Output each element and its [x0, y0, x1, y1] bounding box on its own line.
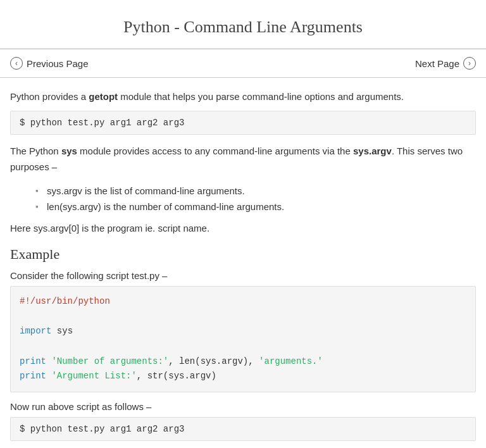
- code-block-1: $ python test.py arg1 arg2 arg3: [10, 111, 476, 135]
- consider-paragraph: Consider the following script test.py –: [10, 270, 476, 281]
- code-line-shebang: #!/usr/bin/python: [20, 294, 466, 309]
- page-title: Python - Command Line Arguments: [13, 18, 473, 37]
- nav-bar: ‹ Previous Page Next Page ›: [0, 49, 486, 78]
- code-line-print2: print 'Argument List:', str(sys.argv): [20, 369, 466, 384]
- getopt-bold: getopt: [89, 91, 118, 102]
- sysargv-bold: sys.argv: [353, 146, 392, 156]
- next-label: Next Page: [415, 58, 459, 69]
- example-heading: Example: [10, 246, 476, 263]
- code-editor-block: #!/usr/bin/python import sys print 'Numb…: [10, 286, 476, 393]
- sys-argv-paragraph: The Python sys module provides access to…: [10, 144, 476, 175]
- sys-bold: sys: [61, 146, 77, 156]
- next-page-button[interactable]: Next Page ›: [415, 57, 476, 70]
- page-title-area: Python - Command Line Arguments: [0, 0, 486, 49]
- list-item: len(sys.argv) is the number of command-l…: [35, 199, 476, 215]
- bullet-list: sys.argv is the list of command-line arg…: [10, 183, 476, 215]
- prev-icon: ‹: [10, 57, 23, 70]
- prev-page-button[interactable]: ‹ Previous Page: [10, 57, 89, 70]
- argv-note: Here sys.argv[0] is the program ie. scri…: [10, 223, 476, 233]
- prev-label: Previous Page: [27, 58, 89, 69]
- code-line-import: import sys: [20, 324, 466, 339]
- code-line-print1: print 'Number of arguments:', len(sys.ar…: [20, 354, 466, 370]
- intro-paragraph: Python provides a getopt module that hel…: [10, 89, 476, 104]
- list-item: sys.argv is the list of command-line arg…: [35, 183, 476, 199]
- next-icon: ›: [463, 57, 476, 70]
- run-paragraph: Now run above script as follows –: [10, 401, 476, 412]
- code-block-2: $ python test.py arg1 arg2 arg3: [10, 417, 476, 441]
- main-content: Python provides a getopt module that hel…: [0, 78, 486, 448]
- code-line-blank1: [20, 309, 466, 324]
- code-line-blank2: [20, 339, 466, 354]
